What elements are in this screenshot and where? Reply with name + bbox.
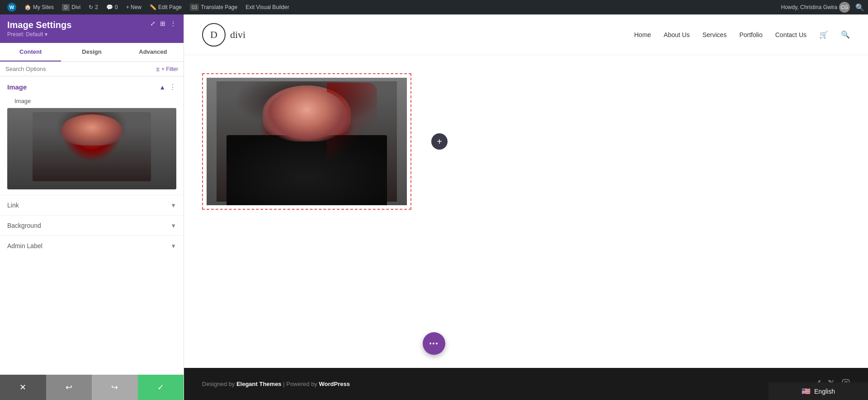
wp-logo-button[interactable]: W xyxy=(4,0,20,14)
preview-photo xyxy=(7,108,176,189)
sidebar: Image Settings Preset: Default ▾ ⤢ ⊞ ⋮ C… xyxy=(0,14,184,400)
counter-button[interactable]: ↻ 2 xyxy=(85,0,102,14)
nav-services[interactable]: Services xyxy=(703,31,727,38)
add-section-button[interactable]: + xyxy=(431,133,448,150)
divi-button[interactable]: D Divi xyxy=(58,0,84,14)
image-section-header: Image ▲ ⋮ xyxy=(0,76,184,96)
my-sites-icon: 🏠 xyxy=(24,4,31,10)
admin-label-section: Admin Label ▼ xyxy=(0,235,184,256)
fab-icon: ••• xyxy=(429,340,439,347)
search-nav-icon[interactable]: 🔍 xyxy=(841,30,850,39)
my-sites-button[interactable]: 🏠 My Sites xyxy=(21,0,57,14)
more-icon[interactable]: ⋮ xyxy=(170,20,176,27)
fab-button[interactable]: ••• xyxy=(423,332,445,355)
comment-icon: 💬 xyxy=(106,4,113,10)
language-label: English xyxy=(814,388,835,395)
link-section: Link ▼ xyxy=(0,195,184,215)
image-preview-inner xyxy=(7,108,176,189)
logo-text: divi xyxy=(230,29,245,41)
image-section-title: Image xyxy=(7,83,27,91)
svg-point-2 xyxy=(847,381,848,381)
site-logo[interactable]: D divi xyxy=(202,23,245,47)
redo-icon: ↪ xyxy=(111,382,118,392)
cancel-icon: ✕ xyxy=(19,382,26,392)
search-input[interactable] xyxy=(5,66,152,72)
comment-count: 0 xyxy=(115,4,118,10)
site-nav: Home About Us Services Portfolio Contact… xyxy=(634,30,850,39)
link-section-chevron: ▼ xyxy=(170,202,176,209)
image-preview-container: Image xyxy=(0,96,184,195)
sidebar-search: ⧖ + Filter xyxy=(0,62,184,76)
my-sites-label: My Sites xyxy=(33,4,54,10)
main-content: D divi Home About Us Services Portfolio … xyxy=(184,14,868,400)
undo-icon: ↩ xyxy=(66,382,72,392)
nav-portfolio[interactable]: Portfolio xyxy=(739,31,762,38)
image-label: Image xyxy=(7,96,176,108)
background-section-header[interactable]: Background ▼ xyxy=(0,216,184,235)
translate-page-label: Translate Page xyxy=(201,4,237,10)
footer-text: Designed by Elegant Themes | Powered by … xyxy=(202,381,350,387)
counter-value: 2 xyxy=(95,4,98,10)
edit-icon: ✏️ xyxy=(150,4,156,10)
logo-circle: D xyxy=(202,23,226,47)
refresh-icon: ↻ xyxy=(89,4,93,10)
columns-icon[interactable]: ⊞ xyxy=(160,20,165,27)
sidebar-header: Image Settings Preset: Default ▾ ⤢ ⊞ ⋮ xyxy=(0,14,184,43)
edit-page-button[interactable]: ✏️ Edit Page xyxy=(146,0,185,14)
divi-label: Divi xyxy=(71,4,80,10)
admin-label-section-chevron: ▼ xyxy=(170,243,176,249)
image-section-controls: ▲ ⋮ xyxy=(159,83,176,91)
sidebar-toolbar: ✕ ↩ ↪ ✓ xyxy=(0,375,184,400)
filter-button[interactable]: ⧖ + Filter xyxy=(156,66,178,72)
main-image xyxy=(207,78,407,205)
background-section-title: Background xyxy=(7,222,41,229)
undo-button[interactable]: ↩ xyxy=(46,375,92,400)
tab-advanced[interactable]: Advanced xyxy=(123,43,184,61)
howdy-text: Howdy, Christina Gwira xyxy=(781,4,837,10)
comments-button[interactable]: 💬 0 xyxy=(103,0,122,14)
language-selector[interactable]: 🇺🇸 English xyxy=(769,382,868,400)
edit-page-label: Edit Page xyxy=(158,4,182,10)
background-section: Background ▼ xyxy=(0,215,184,235)
fullscreen-icon[interactable]: ⤢ xyxy=(150,20,156,27)
image-module-dashed[interactable] xyxy=(202,73,411,210)
sidebar-title-icons: ⤢ ⊞ ⋮ xyxy=(150,20,176,27)
site-header: D divi Home About Us Services Portfolio … xyxy=(184,14,868,55)
sidebar-title: Image Settings xyxy=(7,20,71,30)
background-section-chevron: ▼ xyxy=(170,222,176,229)
wp-icon: W xyxy=(7,3,16,12)
admin-bar-right: Howdy, Christina Gwira CG 🔍 xyxy=(781,2,864,13)
site-footer: Designed by Elegant Themes | Powered by … xyxy=(184,368,868,400)
save-button[interactable]: ✓ xyxy=(138,375,184,400)
admin-label-section-header[interactable]: Admin Label ▼ xyxy=(0,236,184,256)
sidebar-tabs: Content Design Advanced xyxy=(0,43,184,62)
divi-icon: D xyxy=(62,4,70,11)
tab-content[interactable]: Content xyxy=(0,43,61,61)
image-section-chevron[interactable]: ▲ xyxy=(159,84,165,91)
nav-home[interactable]: Home xyxy=(634,31,651,38)
link-section-title: Link xyxy=(7,202,19,209)
sidebar-content: Image ▲ ⋮ Image xyxy=(0,76,184,400)
exit-builder-label: Exit Visual Builder xyxy=(245,4,289,10)
language-flag: 🇺🇸 xyxy=(802,387,811,395)
nav-about[interactable]: About Us xyxy=(664,31,690,38)
new-label: + New xyxy=(126,4,142,10)
save-icon: ✓ xyxy=(157,382,164,392)
cancel-button[interactable]: ✕ xyxy=(0,375,46,400)
new-button[interactable]: + New xyxy=(123,0,145,14)
link-section-header[interactable]: Link ▼ xyxy=(0,195,184,215)
sidebar-preset[interactable]: Preset: Default ▾ xyxy=(7,31,71,38)
image-module-wrapper: + xyxy=(202,73,411,210)
nav-contact[interactable]: Contact Us xyxy=(775,31,807,38)
redo-button[interactable]: ↪ xyxy=(92,375,138,400)
cart-icon[interactable]: 🛒 xyxy=(819,30,828,39)
tab-design[interactable]: Design xyxy=(61,43,122,61)
image-section-menu[interactable]: ⋮ xyxy=(169,83,176,91)
page-canvas: + xyxy=(184,55,868,368)
filter-icon: ⧖ xyxy=(156,66,160,72)
admin-search-icon[interactable]: 🔍 xyxy=(855,3,864,12)
avatar[interactable]: CG xyxy=(839,2,850,13)
exit-builder-button[interactable]: Exit Visual Builder xyxy=(242,0,293,14)
image-preview[interactable] xyxy=(7,108,176,189)
translate-page-button[interactable]: 03 Translate Page xyxy=(186,0,241,14)
